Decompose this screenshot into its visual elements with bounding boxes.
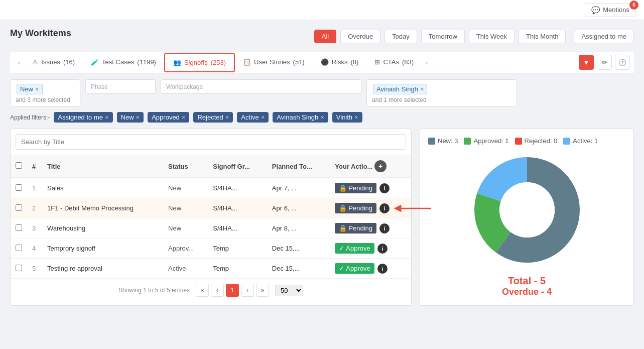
filter-all[interactable]: All [314, 30, 336, 43]
page-next-btn[interactable]: › [241, 284, 254, 297]
tab-user-stories[interactable]: 📋 User Stories (51) [235, 53, 313, 72]
tab-next-arrow[interactable]: › [422, 55, 432, 70]
row-1-info-icon[interactable]: i [379, 183, 390, 193]
tab-test-cases-label: Test Cases [102, 58, 134, 66]
applied-tag-active[interactable]: Active × [237, 112, 269, 123]
row-3-pending-btn[interactable]: 🔒 Pending [335, 223, 376, 234]
workpackage-filter-group[interactable]: Workpackage [161, 79, 361, 94]
row-5-signoff: Temp [208, 259, 267, 279]
mentions-label: Mentions [603, 6, 629, 14]
edit-action-btn[interactable]: ✏ [597, 55, 612, 70]
select-all-header[interactable] [11, 155, 27, 178]
row-1-pending-btn[interactable]: 🔒 Pending [335, 183, 376, 193]
applied-tag-avinash[interactable]: Avinash Singh × [273, 112, 328, 123]
filter-today[interactable]: Today [384, 30, 417, 43]
filter-groups-row: New × and 3 more selected Phase Workpack… [10, 79, 634, 107]
row-3-checkbox-cell[interactable] [11, 218, 27, 239]
tab-risks[interactable]: ⚫ Risks (8) [313, 53, 367, 72]
row-5-info-icon[interactable]: i [377, 264, 388, 274]
row-5-approve-btn[interactable]: ✓ Approve [335, 263, 374, 274]
row-4-checkbox-cell[interactable] [11, 239, 27, 259]
row-5-checkbox[interactable] [16, 265, 22, 271]
phase-placeholder: Phase [91, 83, 108, 90]
assignee-filter-group[interactable]: Avinash Singh × and 1 more selected [366, 79, 517, 107]
remove-assignee-tag[interactable]: × [420, 85, 424, 93]
row-1-checkbox[interactable] [16, 184, 22, 191]
add-column-icon[interactable]: + [374, 160, 387, 172]
status-filter-tag-new[interactable]: New × [17, 84, 43, 94]
table-row: 1 Sales New S/4HA... Apr 7, ... 🔒 Pendin… [11, 178, 411, 198]
tab-test-cases[interactable]: 🧪 Test Cases (1199) [83, 53, 164, 72]
applied-tag-rejected[interactable]: Rejected × [193, 112, 233, 123]
table-row: 4 Temprory signoff Approv... Temp Dec 15… [11, 239, 411, 259]
remove-new-tag[interactable]: × [35, 85, 39, 93]
legend-active-label: Active: 1 [573, 137, 598, 145]
remove-applied-vinith[interactable]: × [354, 113, 358, 121]
legend-new-label: New: 3 [438, 137, 458, 145]
remove-applied-approved[interactable]: × [182, 113, 186, 121]
row-2-info-icon[interactable]: i [379, 203, 390, 213]
lock-icon-2: 🔒 [339, 204, 347, 212]
tab-signoffs-label: Signoffs [184, 59, 208, 66]
remove-applied-assigned[interactable]: × [105, 113, 109, 121]
mentions-button[interactable]: 💬 Mentions 6 [585, 3, 636, 17]
filter-this-month[interactable]: This Month [519, 30, 566, 43]
tab-signoffs-count: (253) [211, 59, 226, 66]
row-4-signoff: Temp [208, 239, 267, 259]
ctas-icon: ⊞ [374, 58, 380, 66]
select-all-checkbox[interactable] [16, 162, 22, 169]
page-1-btn[interactable]: 1 [226, 284, 239, 297]
row-4-checkbox[interactable] [16, 245, 22, 251]
filter-this-week[interactable]: This Week [469, 30, 514, 43]
tab-prev-arrow[interactable]: ‹ [14, 55, 24, 70]
row-4-info-icon[interactable]: i [377, 244, 388, 254]
row-5-planned: Dec 15,... [267, 259, 330, 279]
legend-new-dot [428, 138, 435, 145]
tab-ctas-label: CTAs [383, 58, 399, 66]
filter-action-btn[interactable]: ▼ [579, 55, 594, 70]
assignee-filter-tag[interactable]: Avinash Singh × [373, 84, 427, 94]
row-3-checkbox[interactable] [16, 224, 22, 231]
remove-applied-active[interactable]: × [261, 113, 265, 121]
remove-applied-new[interactable]: × [136, 113, 140, 121]
page-last-btn[interactable]: » [256, 284, 269, 297]
filter-tomorrow[interactable]: Tomorrow [421, 30, 465, 43]
tab-actions: ▼ ✏ 🕐 [579, 52, 630, 73]
clock-action-btn[interactable]: 🕐 [615, 55, 630, 70]
applied-tag-vinith[interactable]: Vinith × [332, 112, 362, 123]
remove-applied-rejected[interactable]: × [225, 113, 229, 121]
row-2-checkbox[interactable] [16, 204, 22, 211]
tab-ctas[interactable]: ⊞ CTAs (83) [366, 53, 422, 72]
search-input[interactable] [16, 134, 406, 150]
tab-issues[interactable]: ⚠ Issues (16) [24, 53, 83, 72]
row-4-approve-btn[interactable]: ✓ Approve [335, 243, 374, 254]
table-row: 2 1F1 - Debit Memo Processing New S/4HA.… [11, 198, 411, 218]
edit-icon: ✏ [602, 59, 607, 66]
phase-filter-group[interactable]: Phase [85, 79, 156, 94]
total-label: Total - 5 [428, 275, 625, 287]
filter-assigned-to-me[interactable]: Assigned to me [574, 30, 634, 43]
applied-tag-approved[interactable]: Approved × [148, 112, 189, 123]
row-5-status: Active [163, 259, 208, 279]
test-cases-icon: 🧪 [91, 58, 99, 66]
row-5-checkbox-cell[interactable] [11, 259, 27, 279]
tab-signoffs[interactable]: 👥 Signoffs (253) [164, 53, 235, 72]
remove-applied-avinash[interactable]: × [320, 113, 324, 121]
row-3-action-cell: 🔒 Pending i [330, 218, 411, 239]
page-prev-btn[interactable]: ‹ [211, 284, 224, 297]
row-4-num: 4 [27, 239, 42, 259]
issues-icon: ⚠ [32, 58, 38, 66]
tag-label: New [20, 85, 33, 93]
col-action: Your Actio... + [330, 155, 411, 178]
page-first-btn[interactable]: « [196, 284, 209, 297]
status-filter-group[interactable]: New × and 3 more selected [10, 79, 80, 107]
donut-chart [428, 155, 625, 265]
applied-tag-assigned-to-me[interactable]: Assigned to me × [54, 112, 112, 123]
applied-tag-new[interactable]: New × [117, 112, 144, 123]
row-2-pending-btn[interactable]: 🔒 Pending [335, 203, 376, 213]
row-3-info-icon[interactable]: i [379, 223, 390, 234]
per-page-select[interactable]: 50 25 100 [275, 285, 303, 296]
row-1-checkbox-cell[interactable] [11, 178, 27, 198]
filter-overdue[interactable]: Overdue [340, 30, 380, 43]
row-2-checkbox-cell[interactable] [11, 198, 27, 218]
